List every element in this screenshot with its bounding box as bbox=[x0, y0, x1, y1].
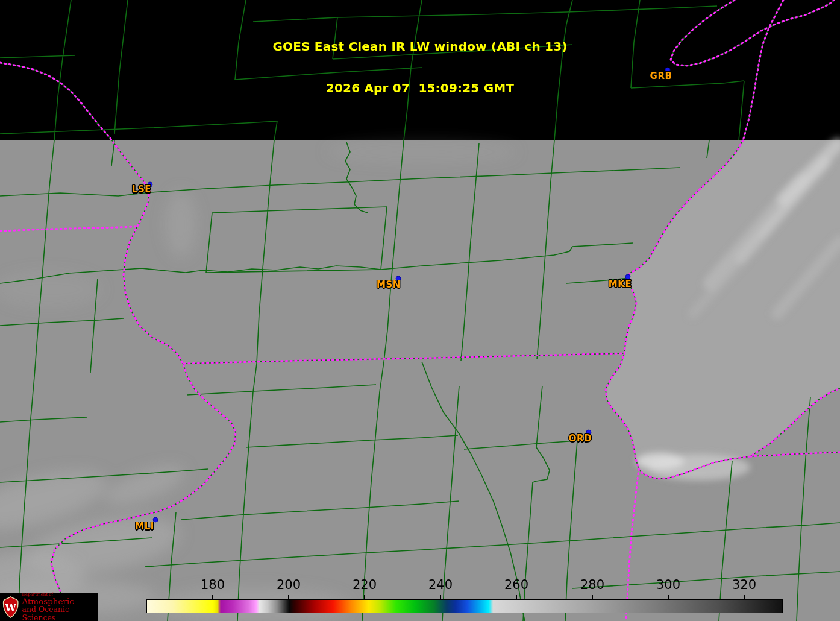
colorbar-tick-label-180: 180 bbox=[201, 578, 225, 592]
colorbar-tick-label-260: 260 bbox=[504, 578, 528, 592]
goes-satellite-image: GOES East Clean IR LW window (ABI ch 13)… bbox=[0, 0, 840, 621]
mn-ia-border bbox=[0, 227, 136, 231]
title-line-1: GOES East Clean IR LW window (ABI ch 13) bbox=[272, 40, 567, 54]
colorbar-tick-200 bbox=[288, 595, 289, 599]
colorbar-tick-label-280: 280 bbox=[580, 578, 604, 592]
uw-monogram: W bbox=[5, 602, 17, 614]
colorbar-tick-280 bbox=[592, 595, 593, 599]
uw-crest-icon: W bbox=[2, 594, 19, 620]
green-bay-shoreline bbox=[671, 0, 834, 66]
colorbar-tick-320 bbox=[744, 595, 745, 599]
station-label-ord: ORD bbox=[569, 433, 592, 444]
title-line-2: 2026 Apr 07 15:09:25 GMT bbox=[272, 81, 567, 95]
station-label-msn: MSN bbox=[377, 279, 401, 290]
colorbar-tick-label-200: 200 bbox=[277, 578, 301, 592]
station-label-mke: MKE bbox=[609, 279, 632, 289]
colorbar-tick-label-320: 320 bbox=[732, 578, 756, 592]
colorbar-tick-label-240: 240 bbox=[428, 578, 453, 592]
colorbar-tick-label-300: 300 bbox=[656, 578, 680, 592]
logo-line-1: Atmospheric bbox=[22, 597, 98, 605]
il-in-border-vertical bbox=[626, 468, 639, 621]
image-title: GOES East Clean IR LW window (ABI ch 13)… bbox=[272, 12, 567, 123]
colorbar-tick-label-220: 220 bbox=[353, 578, 377, 592]
colorbar-tick-300 bbox=[668, 595, 669, 599]
colorbar-tick-180 bbox=[212, 595, 213, 599]
colorbar-tick-220 bbox=[364, 595, 365, 599]
colorbar-tick-260 bbox=[516, 595, 517, 599]
logo-line-2: and Oceanic Sciences bbox=[22, 605, 98, 621]
temperature-colorbar bbox=[146, 599, 783, 613]
door-peninsula-shoreline bbox=[743, 0, 783, 140]
logo-text: Department of Atmospheric and Oceanic Sc… bbox=[22, 592, 98, 621]
station-label-lse: LSE bbox=[132, 184, 151, 195]
station-dots bbox=[148, 68, 670, 522]
colorbar-tick-240 bbox=[440, 595, 441, 599]
station-label-mli: MLI bbox=[135, 521, 154, 532]
station-label-grb: GRB bbox=[650, 71, 672, 81]
uw-aos-logo: W Department of Atmospheric and Oceanic … bbox=[0, 593, 98, 621]
